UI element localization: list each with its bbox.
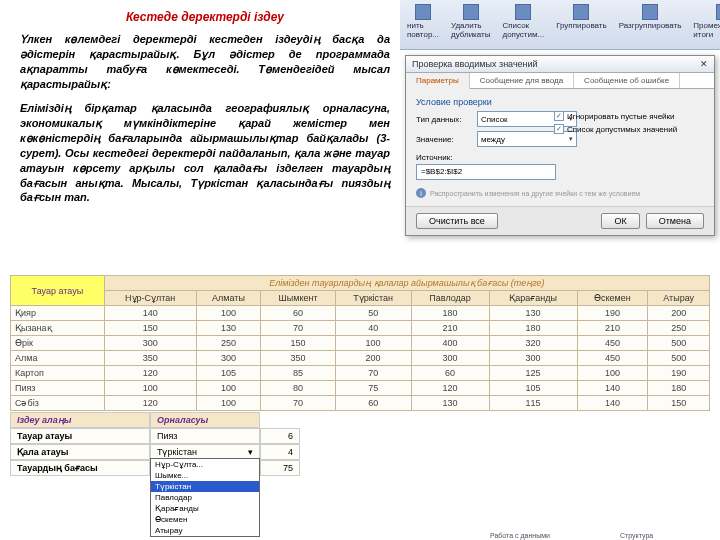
close-icon[interactable]: ✕ xyxy=(700,59,708,69)
ribbon-subtotal-button[interactable]: Промежуточные итоги xyxy=(690,2,720,41)
price-cell: 50 xyxy=(335,306,411,321)
price-cell: 70 xyxy=(335,366,411,381)
price-cell: 300 xyxy=(411,351,489,366)
table-row: Алма350300350200300300450500 xyxy=(11,351,710,366)
validation-icon xyxy=(515,4,531,20)
price-cell: 100 xyxy=(196,306,261,321)
source-input[interactable]: =$B$2:$I$2 xyxy=(416,164,556,180)
price-cell: 80 xyxy=(261,381,335,396)
col-group: Елімізден тауарлардың қалалар айырмашылы… xyxy=(104,276,709,291)
col-city: Шымкент xyxy=(261,291,335,306)
product-cell: Пияз xyxy=(11,381,105,396)
price-cell: 75 xyxy=(335,381,411,396)
search-price-result: 75 xyxy=(260,460,300,476)
price-cell: 140 xyxy=(577,396,648,411)
price-cell: 60 xyxy=(261,306,335,321)
clear-button[interactable]: Очистить все xyxy=(416,213,498,229)
table-row: Қияр1401006050180130190200 xyxy=(11,306,710,321)
ribbon-group-button[interactable]: Группировать xyxy=(553,2,610,32)
table-row: Картоп120105857060125100190 xyxy=(11,366,710,381)
price-cell: 500 xyxy=(648,351,710,366)
table-row: Пияз1001008075120105140180 xyxy=(11,381,710,396)
dropdown-item[interactable]: Қарағанды xyxy=(151,503,259,514)
table-row: Қызанақ1501307040210180210250 xyxy=(11,321,710,336)
price-table: Тауар атауы Елімізден тауарлардың қалала… xyxy=(10,275,710,411)
price-cell: 450 xyxy=(577,336,648,351)
price-cell: 130 xyxy=(411,396,489,411)
dropdown-item[interactable]: Павлодар xyxy=(151,492,259,503)
dropdown-item[interactable]: Түркістан xyxy=(151,481,259,492)
group-icon xyxy=(573,4,589,20)
price-cell: 120 xyxy=(104,366,196,381)
search-product-value[interactable]: Пияз xyxy=(150,428,260,444)
price-cell: 180 xyxy=(648,381,710,396)
section-label: Условие проверки xyxy=(416,97,704,107)
tab-params[interactable]: Параметры xyxy=(406,73,470,89)
paragraph-2: Еліміздің бірқатар қаласында географиялы… xyxy=(20,101,390,205)
price-cell: 400 xyxy=(411,336,489,351)
spread-note: Распространить изменения на другие ячейк… xyxy=(430,190,640,197)
tab-error-msg[interactable]: Сообщение об ошибке xyxy=(574,73,680,88)
search-header-left: Іздеу алаңы xyxy=(10,412,150,428)
price-cell: 350 xyxy=(261,351,335,366)
ribbon-repeat-button[interactable]: нить повтор... xyxy=(404,2,442,41)
product-cell: Картоп xyxy=(11,366,105,381)
price-cell: 150 xyxy=(261,336,335,351)
cancel-button[interactable]: Отмена xyxy=(646,213,704,229)
price-cell: 140 xyxy=(104,306,196,321)
search-product-pos: 6 xyxy=(260,428,300,444)
tab-input-msg[interactable]: Сообщение для ввода xyxy=(470,73,574,88)
ignore-empty-check[interactable]: ✓Игнорировать пустые ячейки xyxy=(554,111,704,121)
ribbon-remove-dup-button[interactable]: Удалить дубликаты xyxy=(448,2,493,41)
price-cell: 350 xyxy=(104,351,196,366)
dropdown-item[interactable]: Шымке... xyxy=(151,470,259,481)
price-cell: 300 xyxy=(104,336,196,351)
dialog-titlebar: Проверка вводимых значений ✕ xyxy=(406,56,714,73)
price-cell: 100 xyxy=(104,381,196,396)
type-label: Тип данных: xyxy=(416,115,471,124)
dropdown-item[interactable]: Атырау xyxy=(151,525,259,536)
ribbon-group-data: Работа с данными xyxy=(490,532,550,539)
price-cell: 250 xyxy=(196,336,261,351)
paragraph-1: Үлкен көлемдегі деректерді кестеден ізде… xyxy=(20,32,390,91)
ribbon-ungroup-button[interactable]: Разгруппировать xyxy=(616,2,685,32)
value-label: Значение: xyxy=(416,135,471,144)
list-values-check[interactable]: ✓Список допустимых значений xyxy=(554,124,704,134)
ribbon-validation-button[interactable]: Список допустим... xyxy=(499,2,547,41)
source-label: Источник: xyxy=(416,153,704,162)
product-cell: Қызанақ xyxy=(11,321,105,336)
dropdown-item[interactable]: Нұр-Сұлта... xyxy=(151,459,259,470)
price-cell: 180 xyxy=(489,321,577,336)
col-city: Нұр-Сұлтан xyxy=(104,291,196,306)
price-cell: 500 xyxy=(648,336,710,351)
ribbon-group-structure: Структура xyxy=(620,532,653,539)
col-city: Павлодар xyxy=(411,291,489,306)
dropdown-item[interactable]: Өскемен xyxy=(151,514,259,525)
price-cell: 130 xyxy=(196,321,261,336)
price-cell: 190 xyxy=(648,366,710,381)
price-cell: 140 xyxy=(577,381,648,396)
price-cell: 130 xyxy=(489,306,577,321)
ok-button[interactable]: ОК xyxy=(601,213,639,229)
search-product-label: Тауар атауы xyxy=(10,428,150,444)
price-cell: 210 xyxy=(411,321,489,336)
checkbox-icon: ✓ xyxy=(554,111,564,121)
dialog-tabs: Параметры Сообщение для ввода Сообщение … xyxy=(406,73,714,89)
price-cell: 200 xyxy=(648,306,710,321)
price-cell: 190 xyxy=(577,306,648,321)
price-cell: 60 xyxy=(335,396,411,411)
validation-dialog: Проверка вводимых значений ✕ Параметры С… xyxy=(405,55,715,236)
price-cell: 300 xyxy=(196,351,261,366)
price-cell: 40 xyxy=(335,321,411,336)
col-product: Тауар атауы xyxy=(11,276,105,306)
chevron-down-icon: ▾ xyxy=(248,447,253,457)
search-city-label: Қала атауы xyxy=(10,444,150,460)
ungroup-icon xyxy=(642,4,658,20)
product-cell: Өрік xyxy=(11,336,105,351)
price-cell: 150 xyxy=(648,396,710,411)
price-cell: 100 xyxy=(196,381,261,396)
price-cell: 150 xyxy=(104,321,196,336)
col-city: Түркістан xyxy=(335,291,411,306)
price-cell: 200 xyxy=(335,351,411,366)
city-dropdown[interactable]: Нұр-Сұлта...Шымке...ТүркістанПавлодарҚар… xyxy=(150,458,260,537)
